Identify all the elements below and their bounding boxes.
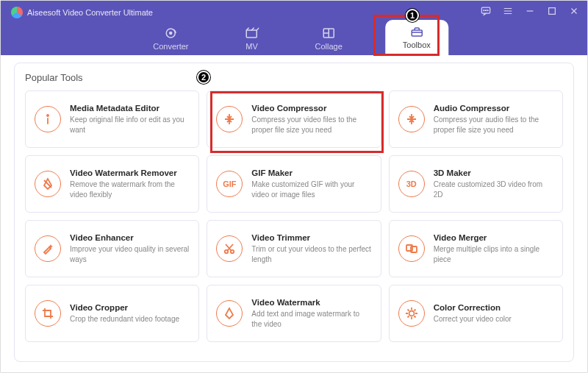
- svg-point-1: [484, 10, 484, 11]
- app-title: Aiseesoft Video Converter Ultimate: [27, 8, 153, 17]
- tool-title: GIF Maker: [251, 168, 371, 177]
- content-area: Popular Tools Media Metadata Editor Keep…: [1, 55, 587, 372]
- tool-desc: Merge multiple clips into a single piece: [434, 244, 553, 264]
- tab-label: Toolbox: [403, 40, 431, 49]
- tab-label: MV: [245, 42, 258, 51]
- tool-video-cropper[interactable]: Video Cropper Crop the redundant video f…: [25, 285, 199, 342]
- app-logo-wrap: Aiseesoft Video Converter Ultimate: [1, 1, 163, 18]
- tool-title: Video Compressor: [251, 104, 371, 113]
- tool-title: Video Trimmer: [251, 233, 371, 242]
- crop-icon: [35, 300, 61, 327]
- close-icon[interactable]: [568, 5, 580, 17]
- tool-media-metadata-editor[interactable]: Media Metadata Editor Keep original file…: [25, 90, 199, 148]
- tool-title: 3D Maker: [434, 168, 553, 177]
- info-icon: [35, 106, 61, 132]
- tool-color-correction[interactable]: Color Correction Correct your video colo…: [389, 285, 563, 342]
- scissors-icon: [216, 235, 243, 262]
- tool-title: Media Metadata Editor: [70, 104, 190, 113]
- annotation-badge-2: 2: [197, 71, 210, 84]
- panel-title: Popular Tools: [25, 72, 563, 83]
- feedback-icon[interactable]: [480, 5, 492, 17]
- tool-video-enhancer[interactable]: Video Enhancer Improve your video qualit…: [25, 220, 199, 277]
- audio-compress-icon: [398, 106, 425, 132]
- svg-point-10: [47, 115, 49, 116]
- tool-title: Video Watermark: [251, 298, 371, 307]
- tool-desc: Make customized GIF with your video or i…: [251, 180, 371, 199]
- tool-title: Video Watermark Remover: [70, 168, 190, 177]
- converter-icon: [163, 27, 178, 39]
- tool-title: Video Cropper: [70, 303, 190, 312]
- tab-label: Converter: [153, 42, 188, 51]
- color-icon: [398, 300, 425, 327]
- svg-point-2: [485, 10, 486, 11]
- 3d-icon: 3D: [398, 171, 425, 197]
- tool-desc: Add text and image watermark to the vide…: [251, 309, 371, 329]
- tab-label: Collage: [315, 42, 343, 51]
- mv-icon: [245, 27, 259, 39]
- tool-desc: Compress your audio files to the proper …: [434, 115, 553, 135]
- app-logo-icon: [11, 7, 23, 18]
- tool-desc: Crop the redundant video footage: [70, 314, 190, 324]
- annotation-badge-1: 1: [406, 9, 419, 22]
- tool-audio-compressor[interactable]: Audio Compressor Compress your audio fil…: [389, 90, 563, 148]
- tool-desc: Remove the watermark from the video flex…: [70, 180, 190, 199]
- tool-video-watermark[interactable]: Video Watermark Add text and image water…: [207, 285, 381, 342]
- svg-rect-9: [412, 30, 422, 36]
- tool-desc: Create customized 3D video from 2D: [434, 180, 553, 199]
- tool-desc: Improve your video quality in several wa…: [70, 244, 190, 264]
- maximize-icon[interactable]: [546, 5, 558, 17]
- tool-title: Video Merger: [434, 233, 553, 242]
- svg-point-3: [487, 10, 488, 11]
- svg-rect-7: [247, 30, 257, 38]
- nav-tabs: Converter MV Collage Toolbox: [140, 17, 448, 55]
- app-window: Aiseesoft Video Converter Ultimate Conve…: [0, 0, 588, 373]
- tool-title: Color Correction: [434, 303, 553, 312]
- tool-video-watermark-remover[interactable]: Video Watermark Remover Remove the water…: [25, 155, 199, 213]
- minimize-icon[interactable]: [524, 5, 536, 17]
- compress-icon: [216, 106, 243, 132]
- svg-point-6: [170, 32, 172, 35]
- svg-point-15: [409, 311, 414, 316]
- tool-title: Audio Compressor: [434, 104, 553, 113]
- gif-icon: GIF: [216, 171, 243, 197]
- tool-desc: Compress your video files to the proper …: [251, 115, 371, 135]
- svg-rect-4: [549, 8, 556, 15]
- window-controls: [480, 5, 580, 17]
- tab-mv[interactable]: MV: [232, 23, 273, 55]
- toolbox-icon: [409, 26, 424, 38]
- tool-gif-maker[interactable]: GIF GIF Maker Make customized GIF with y…: [207, 155, 381, 213]
- tool-video-compressor[interactable]: Video Compressor Compress your video fil…: [207, 90, 381, 148]
- merger-icon: [398, 235, 425, 262]
- tool-desc: Correct your video color: [434, 314, 553, 324]
- tool-title: Video Enhancer: [70, 233, 190, 242]
- tab-converter[interactable]: Converter: [140, 23, 201, 55]
- enhancer-icon: [35, 235, 61, 262]
- tab-collage[interactable]: Collage: [302, 23, 356, 55]
- tools-grid: Media Metadata Editor Keep original file…: [25, 90, 563, 342]
- titlebar: Aiseesoft Video Converter Ultimate Conve…: [1, 1, 587, 55]
- watermark-remove-icon: [35, 171, 61, 197]
- tab-toolbox[interactable]: Toolbox: [385, 20, 448, 55]
- menu-icon[interactable]: [502, 5, 514, 17]
- tool-3d-maker[interactable]: 3D 3D Maker Create customized 3D video f…: [389, 155, 563, 213]
- collage-icon: [321, 27, 336, 39]
- tool-video-trimmer[interactable]: Video Trimmer Trim or cut your videos to…: [207, 220, 381, 277]
- tool-desc: Trim or cut your videos to the perfect l…: [251, 244, 371, 264]
- watermark-icon: [216, 300, 243, 327]
- tool-desc: Keep original file info or edit as you w…: [70, 115, 190, 135]
- popular-tools-panel: Popular Tools Media Metadata Editor Keep…: [14, 63, 574, 362]
- tool-video-merger[interactable]: Video Merger Merge multiple clips into a…: [389, 220, 563, 277]
